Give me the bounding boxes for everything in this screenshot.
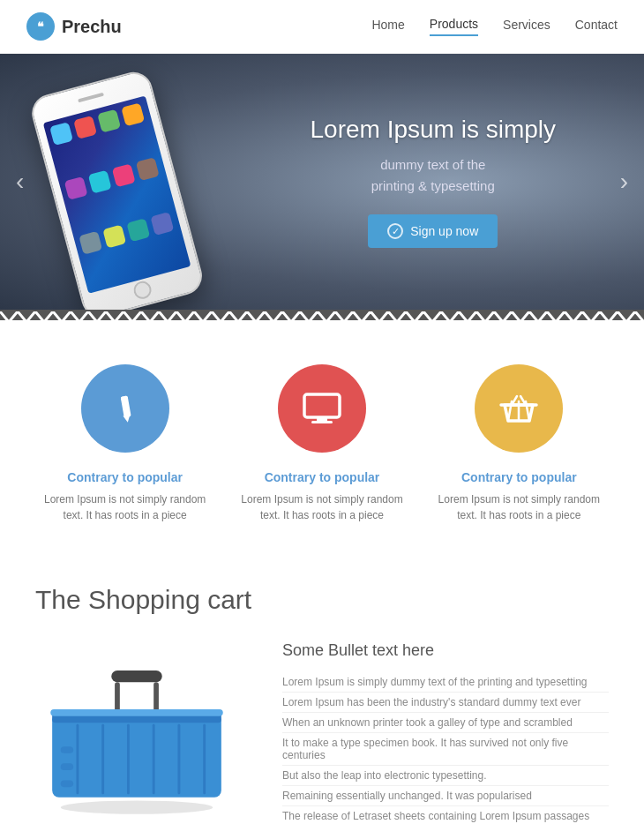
svg-rect-25 <box>50 709 223 716</box>
app-icon <box>73 116 97 139</box>
main-nav: Home Products Services Contact <box>371 17 618 36</box>
app-icon <box>121 102 145 126</box>
feature-item-1: Contrary to popular Lorem Ipsum is not s… <box>37 364 213 523</box>
svg-rect-4 <box>317 417 327 421</box>
svg-rect-20 <box>61 763 73 770</box>
zigzag-svg <box>0 311 644 320</box>
bullet-list: Lorem Ipsum is simply dummy text of the … <box>282 672 609 824</box>
svg-rect-5 <box>311 421 333 423</box>
cart-image-area <box>35 641 247 821</box>
feature-title-2: Contrary to popular <box>234 470 410 484</box>
hero-phone <box>53 71 212 310</box>
hero-title: Lorem Ipsum is simply <box>310 116 556 144</box>
shopping-section: The Shopping cart <box>0 558 644 824</box>
list-item: Lorem Ipsum is simply dummy text of the … <box>282 672 609 693</box>
svg-rect-21 <box>61 781 73 788</box>
phone-screen <box>43 96 191 294</box>
app-icon <box>49 122 73 146</box>
logo-text: Prechu <box>62 17 122 37</box>
feature-icon-2 <box>278 364 366 453</box>
shopping-title: The Shopping cart <box>35 585 609 615</box>
nav-products[interactable]: Products <box>430 17 478 36</box>
zigzag-divider <box>0 310 644 320</box>
features-section: Contrary to popular Lorem Ipsum is not s… <box>0 320 644 558</box>
app-icon <box>97 109 121 133</box>
hero-content: Lorem Ipsum is simply dummy text of the … <box>310 116 556 248</box>
signup-label: Sign up now <box>410 224 478 238</box>
svg-point-10 <box>61 801 213 814</box>
app-icon <box>64 176 88 200</box>
phone-speaker <box>78 93 104 103</box>
phone-body <box>27 68 206 310</box>
feature-icon-1 <box>81 364 169 453</box>
list-item: But also the leap into electronic typese… <box>282 766 609 786</box>
check-icon: ✓ <box>387 223 403 239</box>
app-icon <box>88 170 112 194</box>
svg-rect-3 <box>304 394 340 417</box>
app-icon <box>150 212 174 236</box>
feature-icon-3 <box>475 364 563 453</box>
app-icon <box>79 231 102 255</box>
bullet-area: Some Bullet text here Lorem Ipsum is sim… <box>282 641 609 824</box>
nav-contact[interactable]: Contact <box>575 18 618 35</box>
app-icon <box>112 163 136 187</box>
shopping-content: Some Bullet text here Lorem Ipsum is sim… <box>35 641 609 824</box>
feature-text-2: Lorem Ipsum is not simply random text. I… <box>234 491 410 523</box>
cart-svg <box>35 641 238 818</box>
feature-title-1: Contrary to popular <box>37 470 213 484</box>
list-item: Remaining essentially unchanged. It was … <box>282 786 609 806</box>
hero-next-arrow[interactable]: › <box>620 168 628 196</box>
hero-section: Lorem Ipsum is simply dummy text of the … <box>0 54 644 310</box>
hero-subtitle: dummy text of the printing & typesetting <box>310 154 556 197</box>
logo-area: ❝ Prechu <box>26 12 122 41</box>
feature-text-3: Lorem Ipsum is not simply random text. I… <box>431 491 607 523</box>
feature-text-1: Lorem Ipsum is not simply random text. I… <box>37 491 213 523</box>
feature-item-2: Contrary to popular Lorem Ipsum is not s… <box>234 364 410 523</box>
nav-home[interactable]: Home <box>371 18 404 35</box>
bullet-heading: Some Bullet text here <box>282 641 609 660</box>
app-icon <box>102 225 126 249</box>
svg-rect-22 <box>111 670 162 682</box>
app-icon <box>126 218 150 242</box>
app-icon <box>136 157 160 181</box>
basket-icon <box>496 389 542 428</box>
list-item: When an unknown printer took a galley of… <box>282 713 609 733</box>
hero-prev-arrow[interactable]: ‹ <box>16 168 24 196</box>
list-item: Lorem Ipsum has been the industry's stan… <box>282 693 609 713</box>
feature-title-3: Contrary to popular <box>431 470 607 484</box>
phone-home-button <box>131 280 153 301</box>
pencil-icon <box>106 389 145 428</box>
nav-services[interactable]: Services <box>503 18 550 35</box>
logo-icon: ❝ <box>26 12 55 41</box>
signup-button[interactable]: ✓ Sign up now <box>368 214 498 248</box>
monitor-icon <box>299 389 345 428</box>
feature-item-3: Contrary to popular Lorem Ipsum is not s… <box>431 364 607 523</box>
list-item: It to make a type specimen book. It has … <box>282 733 609 766</box>
header: ❝ Prechu Home Products Services Contact <box>0 0 644 54</box>
list-item: The release of Letraset sheets containin… <box>282 806 609 824</box>
svg-rect-19 <box>61 746 73 753</box>
